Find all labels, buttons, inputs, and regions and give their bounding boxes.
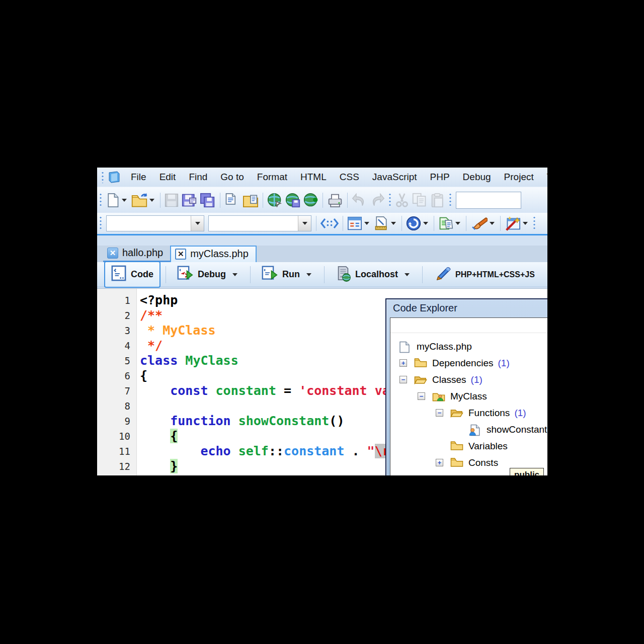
undo-button[interactable] [350,191,368,210]
browser-save-button[interactable] [284,191,302,210]
cut-button[interactable] [393,191,411,210]
copy-icon [412,193,427,208]
code-line-text: /** [137,308,163,323]
undo-icon [352,193,367,207]
toolbar-grip[interactable] [99,193,102,208]
tree-item-label: Dependencies [432,358,493,369]
code-tags-button[interactable] [319,214,340,233]
document-ruler-button[interactable] [372,214,399,233]
run-button[interactable]: Run [256,262,319,287]
menu-project[interactable]: Project [498,169,540,185]
toolbar-grip[interactable] [101,171,104,183]
chevron-down-icon [364,222,369,225]
line-number: 12 [97,459,137,474]
copy-button[interactable] [411,191,429,210]
toolbar-grip[interactable] [533,216,536,231]
browser-add-button[interactable] [302,191,320,210]
menu-css[interactable]: CSS [333,169,366,185]
toolbar-separator [401,216,402,231]
code-explorer-panel[interactable]: Code Explorer myClass.php+Dependencies(1… [385,298,547,475]
code-explorer-body: myClass.php+Dependencies(1)−Classes(1)−M… [390,317,547,475]
tree-item-showconstant[interactable]: showConstant [395,421,547,438]
highlight-mode-label: PHP+HTML+CSS+JS [455,270,535,279]
expand-icon[interactable]: + [436,459,443,466]
tree-item-myclass-php[interactable]: myClass.php [395,338,547,355]
toolbar-separator [220,193,220,208]
save-all-button[interactable] [198,191,217,210]
highlight-mode-button[interactable]: PHP+HTML+CSS+JS [428,264,541,286]
debug-button[interactable]: Debug [171,262,245,287]
chevron-down-icon [455,222,460,225]
code-view-button[interactable]: Code [104,261,160,288]
font-combobox[interactable] [208,215,311,231]
menu-tools[interactable]: Tools [540,169,547,185]
chevron-down-icon [122,199,127,202]
tab-label: hallo.php [122,247,163,259]
style-combobox[interactable] [106,215,204,231]
save-as-button[interactable] [180,191,198,210]
toolbar-grip[interactable] [388,193,391,208]
close-icon[interactable]: ✕ [175,249,186,260]
toolbar-grip[interactable] [449,193,452,208]
tree-item-label: Classes [432,374,466,385]
format-toolbar [97,213,547,235]
menu-debug[interactable]: Debug [456,169,498,185]
toolbar-separator [316,216,316,231]
paintbrush-button[interactable] [469,214,498,233]
redo-button[interactable] [368,191,386,210]
chevron-down-icon [149,199,154,202]
wizard-icon [505,216,521,231]
menu-php[interactable]: PHP [424,169,456,185]
save-button[interactable] [163,191,180,210]
collapse-icon[interactable]: − [399,376,407,383]
folder-document-button[interactable] [241,191,260,210]
localhost-button[interactable]: Localhost [330,262,417,287]
quick-search-input[interactable] [456,192,521,209]
browser-preview-button[interactable] [266,191,284,210]
tree-item-myclass[interactable]: −MyClass [395,388,547,405]
tree-item-variables[interactable]: Variables [395,438,547,454]
close-icon[interactable]: ✕ [107,248,118,259]
menu-edit[interactable]: Edit [153,169,183,185]
tree-item-functions[interactable]: −Functions(1) [395,405,547,421]
collapse-icon[interactable]: − [436,409,443,417]
run-icon [262,265,278,284]
expand-icon[interactable]: + [399,359,407,367]
combobox-arrow-button[interactable] [298,216,311,231]
tab-myclass-php[interactable]: ✕ myClass.php [170,246,257,262]
refresh-icon [406,216,421,231]
paste-button[interactable] [429,191,447,210]
menu-goto[interactable]: Go to [214,169,250,185]
menu-format[interactable]: Format [251,169,294,185]
collapse-icon[interactable]: − [418,392,425,400]
menu-file[interactable]: File [124,169,153,185]
chevron-down-icon [490,222,495,225]
toolbar-separator [323,193,323,208]
tree-item-dependencies[interactable]: +Dependencies(1) [395,355,547,371]
code-explorer-filter[interactable] [390,318,547,333]
form-designer-icon [347,216,362,230]
toolbar-separator [466,216,466,231]
menu-html[interactable]: HTML [294,169,333,185]
localhost-server-icon [336,265,351,284]
open-file-button[interactable] [130,191,157,210]
document-format-button[interactable] [437,214,463,233]
new-file-button[interactable] [104,191,130,210]
form-designer-button[interactable] [346,214,372,233]
tree-item-classes[interactable]: −Classes(1) [395,371,547,388]
menu-javascript[interactable]: JavaScript [366,169,424,185]
combobox-value [209,216,298,231]
combobox-arrow-button[interactable] [191,216,204,231]
toolbar-gap [97,235,547,246]
tab-hallo-php[interactable]: ✕ hallo.php [103,247,170,262]
wizard-button[interactable] [503,214,531,233]
code-explorer-titlebar[interactable]: Code Explorer [386,299,547,316]
refresh-button[interactable] [405,214,431,233]
menu-find[interactable]: Find [182,169,214,185]
copy-document-button[interactable] [223,191,241,210]
toolbar-grip[interactable] [99,216,102,231]
browser-save-icon [285,193,300,208]
tree-item-label: Variables [468,441,508,452]
code-line-text: { [137,368,147,383]
print-button[interactable] [326,191,345,210]
